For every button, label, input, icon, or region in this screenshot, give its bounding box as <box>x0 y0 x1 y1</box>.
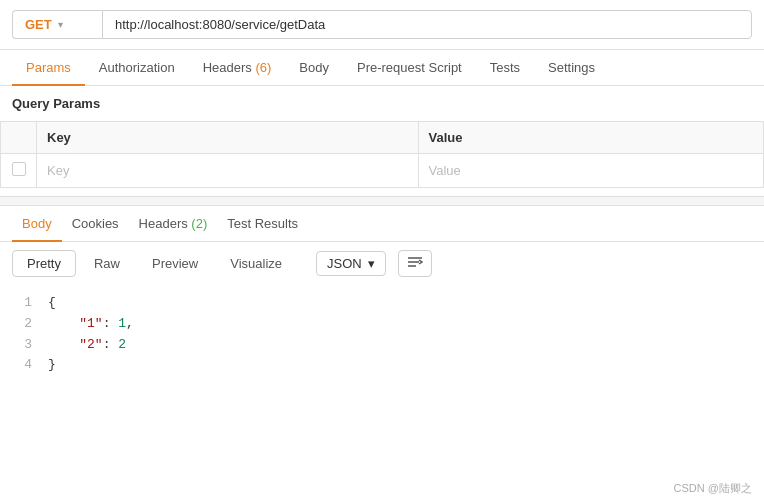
table-key-cell[interactable]: Key <box>37 154 419 188</box>
line-number-3: 3 <box>12 335 32 356</box>
subtab-pretty[interactable]: Pretty <box>12 250 76 277</box>
code-line-3: 3 "2": 2 <box>12 335 752 356</box>
response-headers-badge: (2) <box>191 216 207 231</box>
code-line-4: 4 } <box>12 355 752 376</box>
subtab-visualize[interactable]: Visualize <box>216 251 296 276</box>
url-input[interactable] <box>102 10 752 39</box>
response-tab-cookies[interactable]: Cookies <box>62 206 129 241</box>
wrap-button[interactable] <box>398 250 432 277</box>
table-checkbox-cell <box>1 154 37 188</box>
response-tab-test-results[interactable]: Test Results <box>217 206 308 241</box>
line-content-3: "2": 2 <box>48 335 126 356</box>
code-block: 1 { 2 "1": 1, 3 "2": 2 4 } <box>0 285 764 384</box>
line-content-4: } <box>48 355 56 376</box>
table-value-header: Value <box>418 122 764 154</box>
query-params-header: Query Params <box>0 86 764 121</box>
tab-params[interactable]: Params <box>12 50 85 85</box>
table-key-header: Key <box>37 122 419 154</box>
sub-tabs-bar: Pretty Raw Preview Visualize JSON ▾ <box>0 242 764 285</box>
tab-tests[interactable]: Tests <box>476 50 534 85</box>
subtab-raw[interactable]: Raw <box>80 251 134 276</box>
format-selector[interactable]: JSON ▾ <box>316 251 386 276</box>
tab-prerequest[interactable]: Pre-request Script <box>343 50 476 85</box>
table-checkbox-col-header <box>1 122 37 154</box>
method-text: GET <box>25 17 52 32</box>
value-placeholder: Value <box>429 163 461 178</box>
table-value-cell[interactable]: Value <box>418 154 764 188</box>
row-checkbox[interactable] <box>12 162 26 176</box>
response-tab-body[interactable]: Body <box>12 206 62 241</box>
request-tab-nav: Params Authorization Headers (6) Body Pr… <box>0 50 764 86</box>
tab-authorization[interactable]: Authorization <box>85 50 189 85</box>
tab-settings[interactable]: Settings <box>534 50 609 85</box>
watermark: CSDN @陆卿之 <box>674 481 752 496</box>
tab-body[interactable]: Body <box>285 50 343 85</box>
code-line-2: 2 "1": 1, <box>12 314 752 335</box>
line-number-1: 1 <box>12 293 32 314</box>
line-content-1: { <box>48 293 56 314</box>
headers-badge: (6) <box>255 60 271 75</box>
method-selector[interactable]: GET ▾ <box>12 10 102 39</box>
table-row: Key Value <box>1 154 764 188</box>
subtab-preview[interactable]: Preview <box>138 251 212 276</box>
code-line-1: 1 { <box>12 293 752 314</box>
line-number-2: 2 <box>12 314 32 335</box>
chevron-down-icon: ▾ <box>58 19 63 30</box>
response-tab-headers[interactable]: Headers (2) <box>129 206 218 241</box>
line-content-2: "1": 1, <box>48 314 134 335</box>
format-label: JSON <box>327 256 362 271</box>
response-tab-nav: Body Cookies Headers (2) Test Results <box>0 206 764 242</box>
query-params-table: Key Value Key Value <box>0 121 764 188</box>
section-divider <box>0 196 764 206</box>
tab-headers[interactable]: Headers (6) <box>189 50 286 85</box>
line-number-4: 4 <box>12 355 32 376</box>
url-bar: GET ▾ <box>0 0 764 50</box>
wrap-icon <box>407 255 423 272</box>
key-placeholder: Key <box>47 163 69 178</box>
format-chevron-icon: ▾ <box>368 256 375 271</box>
